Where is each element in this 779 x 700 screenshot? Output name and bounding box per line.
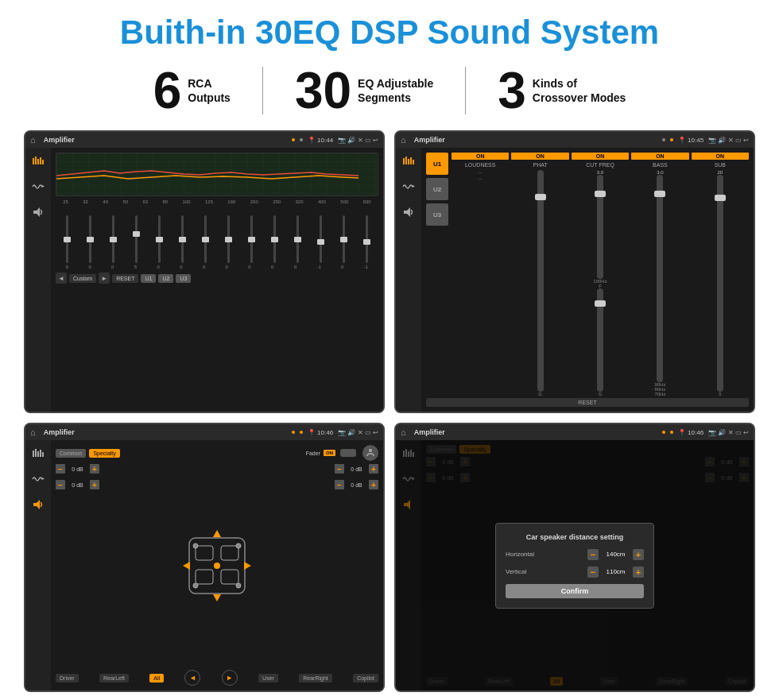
fader-rearleft-btn[interactable]: RearLeft <box>99 674 129 683</box>
dialog-horizontal-plus[interactable]: + <box>633 549 644 560</box>
eq-u2-btn[interactable]: U2 <box>158 274 173 283</box>
bass-on-badge[interactable]: ON <box>631 153 688 160</box>
fader-copilot-btn[interactable]: Copilot <box>353 674 378 683</box>
eq-custom-btn[interactable]: Custom <box>69 274 96 283</box>
fader-slider[interactable] <box>340 449 356 457</box>
eq-slider-125[interactable] <box>227 215 230 263</box>
eq-slider-160[interactable] <box>250 215 253 263</box>
cutfreq-slider-f[interactable] <box>597 175 603 278</box>
fader-minus-2[interactable]: − <box>56 480 65 489</box>
fader-driver-btn[interactable]: Driver <box>56 674 79 683</box>
eq-slider-50[interactable] <box>135 215 138 263</box>
phat-slider[interactable] <box>537 170 544 392</box>
svg-marker-26 <box>213 530 221 537</box>
eq-slider-80[interactable] <box>181 215 184 263</box>
eq-slider-400[interactable] <box>343 215 345 263</box>
fader-plus-2[interactable]: + <box>90 480 99 489</box>
fader-sidebar-eq-icon[interactable] <box>29 445 47 462</box>
fader-specialty-btn[interactable]: Specialty <box>89 449 119 458</box>
svg-rect-23 <box>196 570 213 584</box>
eq-sidebar-eq-icon[interactable] <box>29 153 47 170</box>
eq-slider-320[interactable] <box>320 215 322 263</box>
fader-all-btn[interactable]: All <box>149 674 164 683</box>
phat-on-badge[interactable]: ON <box>511 153 568 160</box>
loudness-on-badge[interactable]: ON <box>452 153 509 160</box>
svg-marker-28 <box>183 562 190 570</box>
fader-on-badge[interactable]: ON <box>324 450 335 456</box>
eq-slider-32[interactable] <box>89 215 91 263</box>
eq-sidebar-speaker-icon[interactable] <box>29 203 47 221</box>
fader-bottom-row: Driver RearLeft All ◄ ► User RearRight C… <box>56 670 378 686</box>
fader-minus-4[interactable]: − <box>335 480 344 489</box>
crossover-sidebar <box>396 148 421 412</box>
svg-point-31 <box>236 543 241 548</box>
crossover-u3-btn[interactable]: U3 <box>426 203 448 226</box>
crossover-time: 📍 10:45 <box>678 137 703 144</box>
fader-sidebar-wave-icon[interactable] <box>29 470 47 488</box>
eq-u1-btn[interactable]: U1 <box>141 274 156 283</box>
crossover-sidebar-wave-icon[interactable] <box>400 178 417 195</box>
eq-reset-btn[interactable]: RESET <box>112 274 138 283</box>
phat-g-label: G <box>538 392 542 396</box>
bass-slider[interactable] <box>657 175 663 382</box>
dialog-horizontal-value: 140cm <box>602 551 630 558</box>
crossover-ch-phat: ON PHAT G <box>511 153 568 396</box>
eq-slider-63[interactable] <box>158 215 161 263</box>
fader-left-arrow[interactable]: ◄ <box>184 670 200 686</box>
fader-common-btn[interactable]: Common <box>56 449 86 458</box>
sub-slider[interactable] <box>717 175 723 392</box>
confirm-button[interactable]: Confirm <box>506 584 644 598</box>
svg-marker-12 <box>404 207 410 217</box>
eq-slider-40[interactable] <box>112 215 114 263</box>
fader-rearright-btn[interactable]: RearRight <box>299 674 332 683</box>
cutfreq-slider-g[interactable] <box>597 288 603 392</box>
eq-status-bar: ⌂ Amplifier 📍 10:44 📷 🔊 ✕ ▭ ↩ <box>25 132 383 148</box>
fader-db-row-4: − 0 dB + <box>335 480 378 489</box>
fader-plus-3[interactable]: + <box>369 464 378 474</box>
screen-fader: ⌂ Amplifier 📍 10:46 📷 🔊 ✕ ▭ ↩ <box>24 423 385 692</box>
crossover-u2-btn[interactable]: U2 <box>426 178 448 200</box>
svg-rect-2 <box>37 159 39 164</box>
cutfreq-label: CUT FREQ <box>586 162 614 168</box>
eq-sidebar <box>25 148 51 412</box>
eq-slider-200[interactable] <box>273 215 276 263</box>
eq-slider-25[interactable] <box>66 215 68 263</box>
dialog-vertical-plus[interactable]: + <box>633 567 644 578</box>
dialog-horizontal-minus[interactable]: − <box>587 549 599 560</box>
sub-on-badge[interactable]: ON <box>692 153 749 160</box>
eq-slider-100[interactable] <box>204 215 207 263</box>
stat-rca: 6 RCAOutputs <box>122 65 262 116</box>
crossover-home-icon: ⌂ <box>401 135 406 145</box>
eq-u3-btn[interactable]: U3 <box>176 274 191 283</box>
fader-sidebar-speaker-icon[interactable] <box>29 496 47 513</box>
stats-row: 6 RCAOutputs 30 EQ AdjustableSegments 3 … <box>24 65 755 116</box>
fader-minus-3[interactable]: − <box>335 464 344 474</box>
fader-minus-1[interactable]: − <box>56 464 65 474</box>
eq-next-arrow[interactable]: ► <box>99 273 110 284</box>
eq-icons: 📷 🔊 ✕ ▭ ↩ <box>338 137 378 144</box>
fader-user-btn[interactable]: User <box>258 674 278 683</box>
crossover-sidebar-eq-icon[interactable] <box>400 153 417 170</box>
crossover-dot-1 <box>662 138 665 141</box>
fader-plus-1[interactable]: + <box>90 464 99 474</box>
stat-rca-number: 6 <box>153 65 182 116</box>
fader-time: 📍 10:46 <box>308 429 333 436</box>
crossover-app-name: Amplifier <box>414 136 657 144</box>
fader-person-icon[interactable] <box>362 445 378 461</box>
eq-sidebar-wave-icon[interactable] <box>29 178 47 195</box>
svg-rect-7 <box>403 158 405 164</box>
eq-prev-arrow[interactable]: ◄ <box>56 273 67 284</box>
cutfreq-on-badge[interactable]: ON <box>572 153 629 160</box>
crossover-reset-btn[interactable]: RESET <box>426 398 749 407</box>
eq-slider-500[interactable] <box>366 215 368 263</box>
crossover-status-bar: ⌂ Amplifier 📍 10:45 📷 🔊 ✕ ▭ ↩ <box>396 132 754 148</box>
fader-plus-4[interactable]: + <box>369 480 378 489</box>
crossover-controls: ON LOUDNESS ~ ~ ON PHAT <box>452 153 749 396</box>
fader-right-arrow[interactable]: ► <box>222 670 238 686</box>
svg-rect-3 <box>40 157 41 164</box>
crossover-sidebar-speaker-icon[interactable] <box>400 203 417 221</box>
fader-app-name: Amplifier <box>44 428 287 436</box>
eq-slider-250[interactable] <box>296 215 299 263</box>
dialog-vertical-minus[interactable]: − <box>587 567 599 578</box>
crossover-u1-btn[interactable]: U1 <box>426 153 448 175</box>
